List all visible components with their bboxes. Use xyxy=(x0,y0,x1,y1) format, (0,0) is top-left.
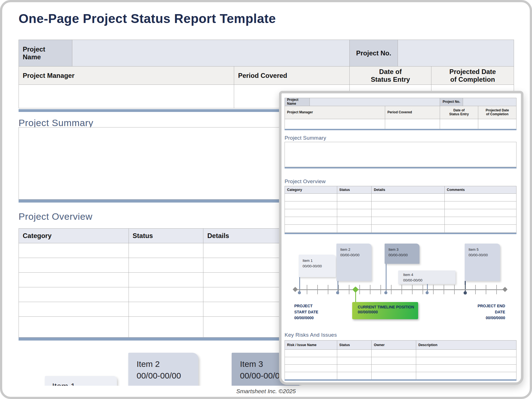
mini-project-no-value-cell[interactable] xyxy=(463,98,516,106)
table-cell[interactable] xyxy=(337,194,372,201)
table-cell[interactable] xyxy=(19,243,129,258)
project-manager-value-cell[interactable] xyxy=(19,85,234,108)
table-cell[interactable] xyxy=(440,119,479,129)
table-cell[interactable] xyxy=(372,372,416,380)
section-accent-bar xyxy=(285,379,516,381)
table-cell[interactable] xyxy=(285,201,337,209)
table-cell[interactable] xyxy=(445,217,516,225)
table-cell[interactable] xyxy=(445,225,516,232)
page-title: One-Page Project Status Report Template xyxy=(19,11,276,26)
timeline-item-card: Item 1 00/00-00/00 xyxy=(299,255,336,277)
item-dates: 00/00-00/00 xyxy=(340,252,372,258)
table-cell[interactable] xyxy=(372,350,416,357)
table-cell[interactable] xyxy=(372,201,444,209)
start-label-text: PROJECT START DATE xyxy=(294,303,318,315)
table-cell[interactable] xyxy=(285,119,385,129)
mini-project-manager-header: Project Manager xyxy=(285,106,385,119)
table-cell[interactable] xyxy=(337,225,372,232)
item-dates: 00/00-00/00 xyxy=(403,278,456,283)
mini-project-name-label-cell: Project Name xyxy=(285,98,310,106)
item-dates: 00/00-00/00 xyxy=(388,252,420,258)
overview-col-category: Category xyxy=(19,229,129,243)
table-cell[interactable] xyxy=(416,357,516,365)
table-cell[interactable] xyxy=(372,225,444,232)
table-cell[interactable] xyxy=(445,209,516,217)
end-date-value: 00/00/0000 xyxy=(477,315,505,321)
table-cell[interactable] xyxy=(19,287,129,302)
table-cell[interactable] xyxy=(337,217,372,225)
table-cell[interactable] xyxy=(385,119,440,129)
template-preview-page: One-Page Project Status Report Template … xyxy=(0,0,532,399)
project-no-value-cell[interactable] xyxy=(398,40,514,66)
item-label: Item 4 xyxy=(403,272,456,278)
table-cell[interactable] xyxy=(129,302,204,317)
table-cell[interactable] xyxy=(285,209,337,217)
table-cell[interactable] xyxy=(285,225,337,232)
table-cell[interactable] xyxy=(372,357,416,365)
table-row: Project Manager Period Covered Date of S… xyxy=(19,66,514,85)
current-position-callout: CURRENT TIMELINE POSITION 00/00/0000 xyxy=(352,302,418,319)
timeline-dot-icon xyxy=(336,291,339,294)
section-accent-bar xyxy=(285,129,516,130)
timeline-line xyxy=(295,289,505,290)
table-cell[interactable] xyxy=(129,243,204,258)
table-cell[interactable] xyxy=(372,217,444,225)
end-label-text: PROJECT END DATE xyxy=(477,303,505,315)
mini-projected-date-header: Projected Date of Completion xyxy=(478,106,516,119)
table-cell[interactable] xyxy=(285,350,337,357)
table-cell[interactable] xyxy=(129,273,204,287)
table-cell[interactable] xyxy=(416,365,516,372)
table-cell[interactable] xyxy=(19,317,129,337)
table-cell[interactable] xyxy=(372,365,416,372)
item-label: Item 2 xyxy=(340,247,372,252)
mini-key-risks-table: Risk / Issue Name Status Owner Descripti… xyxy=(285,340,516,380)
table-cell[interactable] xyxy=(285,194,337,201)
table-cell[interactable] xyxy=(285,217,337,225)
mini-project-overview-table: Category Status Details Comments xyxy=(285,186,516,233)
risks-col-owner: Owner xyxy=(372,341,416,350)
table-cell[interactable] xyxy=(19,258,129,273)
table-cell[interactable] xyxy=(337,365,372,372)
table-row xyxy=(285,372,516,380)
project-overview-heading: Project Overview xyxy=(19,211,93,222)
table-cell[interactable] xyxy=(285,357,337,365)
project-name-label-cell: Project Name xyxy=(19,40,72,66)
table-cell[interactable] xyxy=(19,302,129,317)
table-cell[interactable] xyxy=(285,372,337,380)
table-row xyxy=(285,225,516,232)
table-cell[interactable] xyxy=(445,201,516,209)
project-end-date-label: PROJECT END DATE 00/00/0000 xyxy=(477,303,505,321)
table-cell[interactable] xyxy=(337,350,372,357)
mini-project-info-table: Project Name Project No. Project Manager… xyxy=(285,98,516,129)
timeline-dot-icon xyxy=(464,291,467,295)
table-row xyxy=(285,201,516,209)
project-start-date-label: PROJECT START DATE 00/00/0000 xyxy=(294,303,318,321)
table-cell[interactable] xyxy=(372,194,444,201)
table-cell[interactable] xyxy=(337,357,372,365)
table-cell[interactable] xyxy=(337,201,372,209)
item-label: Item 1 xyxy=(52,380,117,386)
mini-date-of-status-entry-header: Date of Status Entry xyxy=(440,106,479,119)
mini-project-name-value-cell[interactable] xyxy=(310,98,440,106)
table-cell[interactable] xyxy=(285,365,337,372)
mini-project-summary-box[interactable] xyxy=(285,142,516,167)
table-cell[interactable] xyxy=(129,258,204,273)
table-cell[interactable] xyxy=(129,317,204,337)
timeline-item-card: Item 2 00/00-00/00 xyxy=(128,353,198,386)
table-cell[interactable] xyxy=(416,350,516,357)
timeline-dot-icon xyxy=(298,291,301,294)
table-cell[interactable] xyxy=(19,273,129,287)
table-cell[interactable] xyxy=(372,209,444,217)
section-accent-bar xyxy=(285,167,516,168)
project-manager-header: Project Manager xyxy=(19,66,234,85)
table-cell[interactable] xyxy=(478,119,516,129)
project-name-value-cell[interactable] xyxy=(72,40,350,66)
table-cell[interactable] xyxy=(129,287,204,302)
table-cell[interactable] xyxy=(416,372,516,380)
table-cell[interactable] xyxy=(337,209,372,217)
table-cell[interactable] xyxy=(337,372,372,380)
table-cell[interactable] xyxy=(445,194,516,201)
mini-overview-col-status: Status xyxy=(337,186,372,194)
item-dates: 00/00-00/00 xyxy=(303,264,336,269)
inset-preview-panel[interactable]: Project Name Project No. Project Manager… xyxy=(279,91,523,385)
